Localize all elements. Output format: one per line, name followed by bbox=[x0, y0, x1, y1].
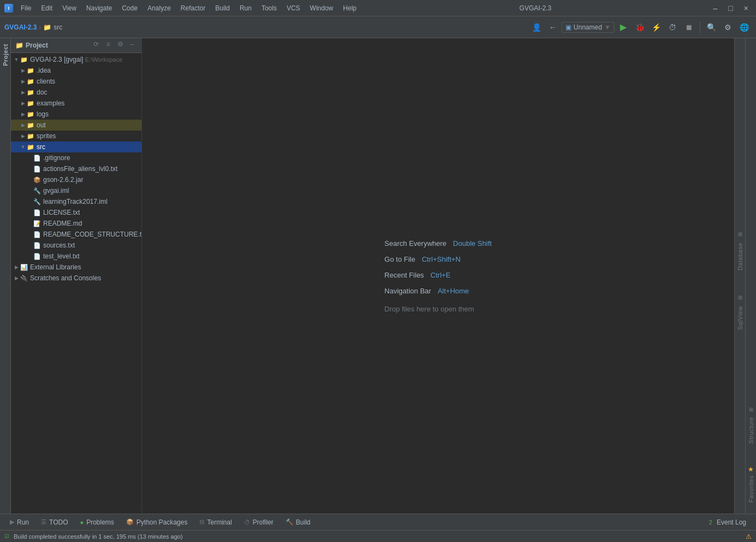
tab-profiler[interactable]: ⏱ Profiler bbox=[239, 517, 279, 528]
run-tab-label: Run bbox=[17, 519, 29, 526]
tree-item-idea[interactable]: ▶ 📁 .idea bbox=[11, 65, 141, 76]
panel-icon-settings[interactable]: ⚙ bbox=[115, 40, 125, 50]
debug-button[interactable]: 🐞 bbox=[632, 20, 647, 35]
minimize-button[interactable]: – bbox=[710, 3, 721, 14]
tree-item-doc[interactable]: ▶ 📁 doc bbox=[11, 87, 141, 98]
tree-label-extlibs: External Libraries bbox=[30, 263, 81, 271]
tab-run[interactable]: ▶ Run bbox=[4, 517, 34, 528]
tree-icon-gson: 📦 bbox=[33, 175, 42, 184]
tree-icon-readme-code: 📄 bbox=[33, 230, 42, 239]
tree-icon-gvgai-iml: 🔧 bbox=[33, 186, 42, 195]
tree-item-clients[interactable]: ▶ 📁 clients bbox=[11, 76, 141, 87]
tree-arrow-readme-md bbox=[26, 220, 33, 227]
run-config-selector[interactable]: ▣ Unnamed ▼ bbox=[562, 22, 615, 33]
favorites-label[interactable]: Favorites bbox=[748, 475, 754, 503]
tree-item-out[interactable]: ▶ 📁 out bbox=[11, 120, 141, 131]
menu-tools[interactable]: Tools bbox=[257, 3, 281, 13]
coverage-button[interactable]: ⚡ bbox=[648, 20, 664, 35]
tree-item-actionsfile[interactable]: 📄 actionsFile_aliens_lvl0.txt bbox=[11, 163, 141, 174]
tree-item-src[interactable]: ▼ 📁 src bbox=[11, 142, 141, 152]
menu-refactor[interactable]: Refactor bbox=[176, 3, 210, 13]
tree-label-testlevel: test_level.txt bbox=[43, 252, 80, 260]
panel-icon-sync[interactable]: ⟳ bbox=[91, 40, 101, 50]
title-bar: I File Edit View Navigate Code Analyze R… bbox=[0, 0, 756, 16]
tab-problems[interactable]: ● Problems bbox=[74, 517, 119, 528]
tree-arrow-readme-code bbox=[26, 231, 33, 238]
database-strip-label[interactable]: Database bbox=[737, 240, 743, 273]
main-area: Project 📁 Project ⟳ ≡ ⚙ – ▼ 📁 GVGAI-2.3 … bbox=[0, 38, 756, 514]
tree-item-logs[interactable]: ▶ 📁 logs bbox=[11, 109, 141, 120]
tree-label-gson: gson-2.6.2.jar bbox=[43, 176, 83, 184]
tree-item-gvgai-iml[interactable]: 🔧 gvgai.iml bbox=[11, 185, 141, 196]
maximize-button[interactable]: □ bbox=[725, 3, 736, 14]
tree-item-gson[interactable]: 📦 gson-2.6.2.jar bbox=[11, 174, 141, 185]
tree-item-readme-md[interactable]: 📝 README.md bbox=[11, 218, 141, 229]
panel-icon-close[interactable]: – bbox=[127, 40, 137, 50]
structure-label[interactable]: Structure bbox=[748, 417, 754, 444]
tree-icon-idea: 📁 bbox=[26, 66, 35, 75]
breadcrumb-project[interactable]: GVGAI-2.3 bbox=[4, 23, 37, 31]
tree-item-readme-code[interactable]: 📄 README_CODE_STRUCTURE.t bbox=[11, 229, 141, 240]
close-button[interactable]: × bbox=[741, 3, 752, 14]
tree-label-readme-md: README.md bbox=[43, 220, 82, 227]
tree-item-sprites[interactable]: ▶ 📁 sprites bbox=[11, 131, 141, 142]
notifications-button[interactable]: 🌐 bbox=[736, 20, 752, 35]
menu-run[interactable]: Run bbox=[235, 3, 256, 13]
tree-item-license[interactable]: 📄 LICENSE.txt bbox=[11, 207, 141, 218]
tab-terminal[interactable]: ⊟ Terminal bbox=[194, 517, 237, 528]
menu-build[interactable]: Build bbox=[211, 3, 234, 13]
menu-code[interactable]: Code bbox=[117, 3, 142, 13]
tree-item-gitignore[interactable]: 📄 .gitignore bbox=[11, 152, 141, 163]
menu-window[interactable]: Window bbox=[305, 3, 338, 13]
tree-root[interactable]: ▼ 📁 GVGAI-2.3 [gvgai] E:\Workspace bbox=[11, 54, 141, 65]
problems-tab-label: Problems bbox=[86, 519, 114, 526]
menu-vcs[interactable]: VCS bbox=[282, 3, 305, 13]
app-logo: I bbox=[4, 4, 13, 13]
profile-button[interactable]: ⏱ bbox=[665, 20, 680, 35]
project-panel: 📁 Project ⟳ ≡ ⚙ – ▼ 📁 GVGAI-2.3 [gvgai] … bbox=[11, 38, 142, 514]
tree-arrow-scratches: ▶ bbox=[13, 275, 20, 281]
menu-help[interactable]: Help bbox=[339, 3, 361, 13]
search-button[interactable]: 🔍 bbox=[704, 20, 719, 35]
tree-item-extlibs[interactable]: ▶ 📊 External Libraries bbox=[11, 262, 141, 273]
hint-goto-shortcut: Ctrl+Shift+N bbox=[422, 255, 460, 263]
breadcrumb-folder[interactable]: src bbox=[54, 23, 62, 31]
stop-button[interactable]: ⏹ bbox=[681, 20, 696, 35]
python-packages-tab-label: Python Packages bbox=[137, 519, 187, 526]
run-tab-icon: ▶ bbox=[10, 519, 14, 526]
hint-goto: Go to File Ctrl+Shift+N bbox=[385, 255, 492, 263]
tree-item-sources[interactable]: 📄 sources.txt bbox=[11, 240, 141, 251]
event-log-tab[interactable]: 2 Event Log bbox=[704, 517, 752, 528]
tree-icon-doc: 📁 bbox=[26, 88, 35, 97]
tree-item-testlevel[interactable]: 📄 test_level.txt bbox=[11, 251, 141, 262]
menu-view[interactable]: View bbox=[58, 3, 81, 13]
project-strip: Project bbox=[0, 38, 11, 514]
tab-build[interactable]: 🔨 Build bbox=[280, 517, 316, 528]
menu-file[interactable]: File bbox=[16, 3, 36, 13]
tree-item-learningtrack[interactable]: 🔧 learningTrack2017.iml bbox=[11, 196, 141, 207]
tree-label-actionsfile: actionsFile_aliens_lvl0.txt bbox=[43, 165, 117, 173]
tree-arrow-logs: ▶ bbox=[20, 111, 26, 117]
toolbar-back-button[interactable]: ← bbox=[545, 20, 560, 35]
profiler-tab-label: Profiler bbox=[253, 519, 274, 526]
run-button[interactable]: ▶ bbox=[616, 20, 631, 35]
tree-icon-root: 📁 bbox=[20, 55, 28, 64]
tab-todo[interactable]: ☰ TODO bbox=[36, 517, 73, 528]
hint-recent-shortcut: Ctrl+E bbox=[430, 271, 450, 279]
bottom-tabs-bar: ▶ Run ☰ TODO ● Problems 📦 Python Package… bbox=[0, 514, 756, 530]
settings-button[interactable]: ⚙ bbox=[720, 20, 735, 35]
menu-analyze[interactable]: Analyze bbox=[143, 3, 175, 13]
tree-label-gvgai-iml: gvgai.iml bbox=[43, 187, 69, 195]
project-strip-label[interactable]: Project bbox=[2, 44, 9, 66]
menu-edit[interactable]: Edit bbox=[37, 3, 57, 13]
structure-strip: ⊞ Database ⊞ SqIView bbox=[734, 38, 745, 514]
sqlview-strip-label[interactable]: SqIView bbox=[737, 304, 743, 332]
toolbar-vcs-button[interactable]: 👤 bbox=[529, 20, 544, 35]
panel-icon-collapse[interactable]: ≡ bbox=[103, 40, 113, 50]
hint-search: Search Everywhere Double Shift bbox=[385, 239, 492, 248]
tree-item-scratches[interactable]: ▶ 🔌 Scratches and Consoles bbox=[11, 273, 141, 284]
tab-python-packages[interactable]: 📦 Python Packages bbox=[121, 517, 193, 528]
menu-navigate[interactable]: Navigate bbox=[82, 3, 116, 13]
tree-item-examples[interactable]: ▶ 📁 examples bbox=[11, 98, 141, 109]
breadcrumb-folder-icon: 📁 bbox=[43, 23, 51, 31]
